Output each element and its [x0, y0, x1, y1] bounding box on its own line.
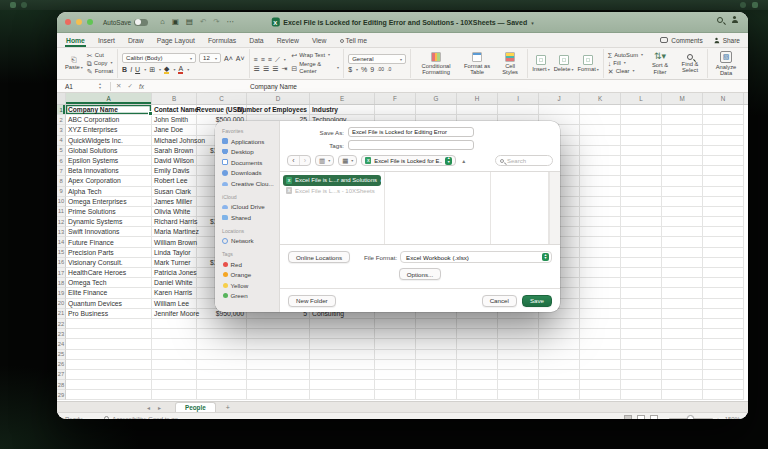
cell-M1[interactable]	[662, 105, 703, 115]
cell-L28[interactable]	[621, 380, 662, 390]
row-header-2[interactable]: 2	[57, 115, 66, 125]
row-header-12[interactable]: 12	[57, 217, 66, 227]
cell-M20[interactable]	[662, 299, 703, 309]
cell-N21[interactable]	[703, 309, 744, 319]
cell-A14[interactable]: Future Finance	[66, 237, 152, 247]
cell-A20[interactable]: Quantum Devices	[66, 299, 152, 309]
cell-B12[interactable]: Richard Harris	[152, 217, 197, 227]
copy-button[interactable]: ⧉Copy▾	[87, 60, 113, 67]
column-header-H[interactable]: H	[457, 93, 498, 104]
zoom-window-button[interactable]	[87, 19, 93, 25]
cell-B5[interactable]: Sarah Brown	[152, 146, 197, 156]
row-header-27[interactable]: 27	[57, 370, 66, 380]
cell-A13[interactable]: Swift Innovations	[66, 227, 152, 237]
cell-I23[interactable]	[498, 329, 539, 339]
cell-A5[interactable]: Global Solutions	[66, 146, 152, 156]
align-center-icon[interactable]: ☰	[263, 65, 269, 72]
cell-B22[interactable]	[152, 319, 197, 329]
cell-C23[interactable]	[197, 329, 247, 339]
cell-G26[interactable]	[416, 360, 457, 370]
column-header-J[interactable]: J	[539, 93, 580, 104]
more-commands-icon[interactable]: ⋯	[227, 18, 235, 26]
row-header-1[interactable]: 1	[57, 105, 66, 115]
cell-M10[interactable]	[662, 197, 703, 207]
cell-A15[interactable]: Precision Parts	[66, 248, 152, 258]
cell-I25[interactable]	[498, 350, 539, 360]
name-box-stepper[interactable]: ▴▾	[99, 82, 101, 89]
sidebar-item-green[interactable]: Green	[222, 291, 279, 302]
cell-L3[interactable]	[621, 125, 662, 135]
cell-K7[interactable]	[580, 166, 621, 176]
row-header-11[interactable]: 11	[57, 207, 66, 217]
cell-M6[interactable]	[662, 156, 703, 166]
cell-N13[interactable]	[703, 227, 744, 237]
sidebar-item-icloud-drive[interactable]: iCloud Drive	[222, 202, 279, 213]
tab-insert[interactable]: Insert	[97, 34, 116, 46]
cell-J1[interactable]	[539, 105, 580, 115]
bold-button[interactable]: B	[122, 66, 127, 73]
cell-K13[interactable]	[580, 227, 621, 237]
cell-F23[interactable]	[375, 329, 416, 339]
row-header-10[interactable]: 10	[57, 197, 66, 207]
align-left-icon[interactable]: ☰	[254, 65, 260, 72]
column-header-D[interactable]: D	[247, 93, 310, 104]
cell-D29[interactable]	[247, 390, 310, 400]
font-color-icon[interactable]: A	[178, 65, 183, 74]
cell-A2[interactable]: ABC Corporation	[66, 115, 152, 125]
file-row[interactable]: XExcel File is L...r and Solutions›	[283, 175, 381, 186]
row-header-13[interactable]: 13	[57, 227, 66, 237]
tab-view[interactable]: View	[311, 34, 328, 46]
browser-scrollbar[interactable]	[549, 172, 560, 244]
wrap-text-button[interactable]: ↩Wrap Text▾	[291, 52, 339, 59]
cell-L10[interactable]	[621, 197, 662, 207]
cell-A22[interactable]	[66, 319, 152, 329]
row-header-26[interactable]: 26	[57, 360, 66, 370]
cut-button[interactable]: ✂Cut	[87, 52, 113, 59]
cell-F24[interactable]	[375, 339, 416, 349]
row-header-14[interactable]: 14	[57, 237, 66, 247]
cell-M24[interactable]	[662, 339, 703, 349]
format-cells-button[interactable]: Format▾	[577, 55, 598, 72]
cell-K20[interactable]	[580, 299, 621, 309]
cell-M4[interactable]	[662, 136, 703, 146]
cell-A17[interactable]: HealthCare Heroes	[66, 268, 152, 278]
cell-K29[interactable]	[580, 390, 621, 400]
align-middle-icon[interactable]: ≡	[261, 56, 265, 63]
decrease-font-icon[interactable]: A˅	[236, 55, 245, 62]
cell-A24[interactable]	[66, 339, 152, 349]
cell-M26[interactable]	[662, 360, 703, 370]
cell-N23[interactable]	[703, 329, 744, 339]
column-header-B[interactable]: B	[152, 93, 197, 104]
file-format-select[interactable]: Excel Workbook (.xlsx) ▲▼	[400, 251, 552, 263]
cell-N14[interactable]	[703, 237, 744, 247]
cell-K4[interactable]	[580, 136, 621, 146]
minimize-window-button[interactable]	[76, 19, 82, 25]
cell-A21[interactable]: Pro Business	[66, 309, 152, 319]
sidebar-item-yellow[interactable]: Yellow	[222, 280, 279, 291]
tab-draw[interactable]: Draw	[127, 34, 145, 46]
cell-N20[interactable]	[703, 299, 744, 309]
cell-F29[interactable]	[375, 390, 416, 400]
font-name-select[interactable]: Calibri (Body)▾	[122, 53, 196, 63]
cell-M27[interactable]	[662, 370, 703, 380]
sidebar-item-desktop[interactable]: Desktop	[222, 147, 279, 158]
find-select-button[interactable]: Find & Select	[677, 54, 703, 74]
cell-B18[interactable]: Daniel White	[152, 278, 197, 288]
tab-tell-me[interactable]: Tell me	[339, 34, 369, 46]
share-button[interactable]: Share	[713, 37, 740, 44]
borders-icon[interactable]: ⊞	[149, 66, 155, 73]
cell-K17[interactable]	[580, 268, 621, 278]
close-window-button[interactable]	[65, 19, 71, 25]
tab-home[interactable]: Home	[65, 34, 86, 46]
cell-G1[interactable]	[416, 105, 457, 115]
decrease-decimal-icon[interactable]: .0	[387, 67, 391, 72]
cell-B13[interactable]: Maria Martinez	[152, 227, 197, 237]
cell-M22[interactable]	[662, 319, 703, 329]
search-field[interactable]: Search	[495, 155, 553, 166]
cell-H27[interactable]	[457, 370, 498, 380]
row-header-25[interactable]: 25	[57, 350, 66, 360]
cell-M3[interactable]	[662, 125, 703, 135]
sheet-tab-people[interactable]: People	[175, 402, 216, 412]
cell-D1[interactable]: Number of Employees	[247, 105, 310, 115]
sidebar-item-creative-clou-[interactable]: Creative Clou...	[222, 178, 279, 189]
